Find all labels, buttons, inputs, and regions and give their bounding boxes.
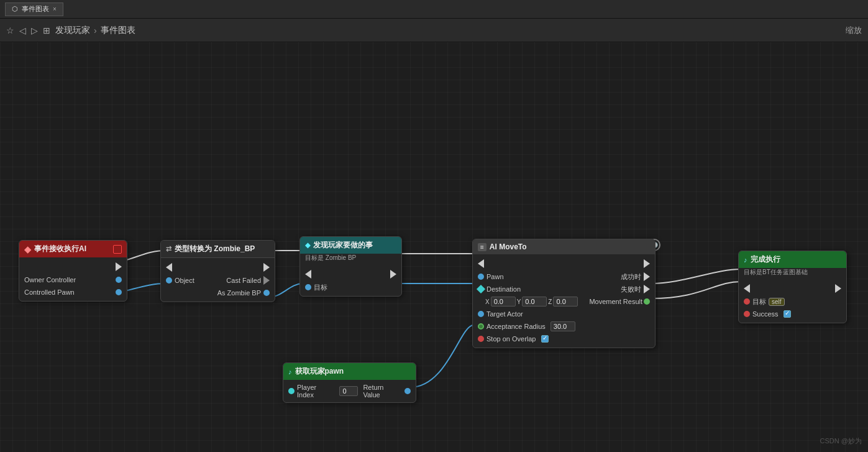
- breadcrumb-sep: ›: [94, 25, 97, 35]
- breadcrumb: 发现玩家 › 事件图表: [55, 25, 135, 36]
- top-bar: ⬡ 事件图表 ×: [0, 0, 868, 19]
- ai-moveto-node: ≡ AI MoveTo Pawn 成功时 Destination: [472, 239, 656, 348]
- event-node-header: ◆ 事件接收执行AI: [19, 241, 127, 257]
- get-pawn-body: Player Index Return Value: [283, 380, 416, 402]
- complete-node: ♪ 完成执行 目标是BT任务蓝图基础 目标 self Success: [738, 251, 847, 323]
- pawn-icon: ♪: [288, 368, 292, 376]
- z-label: Z: [548, 298, 552, 305]
- ai-xyz-row: X Y Z Movement Result: [473, 295, 655, 308]
- acceptance-label: Acceptance Radius: [487, 323, 546, 330]
- as-zombie-pin: [263, 290, 270, 296]
- self-badge: self: [769, 298, 785, 306]
- fail-label: 失败时: [621, 285, 641, 294]
- pawn-pin: [478, 274, 484, 280]
- complete-title: 完成执行: [751, 254, 780, 265]
- owner-label: Owner Controller: [24, 276, 76, 284]
- tab-icon: ⬡: [12, 5, 18, 13]
- movement-pin: [644, 298, 650, 305]
- player-index-input[interactable]: [339, 386, 358, 396]
- dest-diamond: [477, 285, 485, 293]
- close-icon[interactable]: ×: [53, 6, 57, 12]
- cast-failed-pin: [263, 276, 270, 285]
- complete-icon: ♪: [744, 256, 747, 264]
- tab-title: 事件图表: [22, 4, 49, 14]
- x-label: X: [485, 298, 490, 305]
- grid-icon: ⊞: [43, 25, 50, 35]
- ai-stop-row: Stop on Overlap: [473, 333, 655, 345]
- y-input[interactable]: [522, 297, 547, 307]
- ai-icon: ≡: [478, 243, 487, 251]
- player-index-label: Player Index: [297, 384, 334, 399]
- complete-body: 目标 self Success: [739, 279, 846, 323]
- get-pawn-title: 获取玩家pawn: [295, 366, 344, 377]
- stop-pin: [478, 336, 484, 342]
- star-icon[interactable]: ☆: [6, 25, 14, 35]
- cast-node-header: ⇄ 类型转换为 Zombie_BP: [161, 241, 275, 258]
- cast-exec-out: [263, 263, 270, 272]
- as-zombie-label: As Zombie BP: [217, 289, 261, 297]
- success-pin: [644, 272, 650, 281]
- ai-moveto-title: AI MoveTo: [490, 242, 527, 251]
- nav-bar: ☆ ◁ ▷ ⊞ 发现玩家 › 事件图表 缩放: [0, 19, 868, 42]
- discover-target-label: 目标: [314, 283, 327, 292]
- ai-pawn-row: Pawn 成功时: [473, 270, 655, 283]
- discover-node: ◆ 发现玩家要做的事 目标是 Zombie BP 目标: [299, 236, 402, 297]
- z-input[interactable]: [553, 297, 578, 307]
- target-actor-label: Target Actor: [487, 310, 523, 318]
- zoom-label: 缩放: [846, 25, 862, 36]
- controlled-row: Controlled Pawn: [19, 286, 127, 298]
- target-actor-pin: [478, 311, 484, 317]
- complete-sub: 目标是BT任务蓝图基础: [739, 268, 846, 279]
- cast-exec-in: [166, 263, 172, 272]
- x-input[interactable]: [491, 297, 516, 307]
- movement-label: Movement Result: [589, 298, 642, 305]
- cast-exec-row: [161, 261, 275, 274]
- discover-body: 目标: [300, 265, 401, 296]
- cast-icon: ⇄: [166, 245, 171, 253]
- object-pin: [166, 277, 172, 284]
- canvas[interactable]: ◆ 事件接收执行AI Owner Controller Controlled P…: [0, 42, 868, 452]
- complete-target-row: 目标 self: [739, 295, 846, 308]
- discover-node-header: ◆ 发现玩家要做的事: [300, 237, 401, 254]
- complete-target-label: 目标: [752, 297, 766, 307]
- owner-pin: [116, 277, 122, 283]
- acceptance-input[interactable]: [550, 321, 575, 331]
- complete-exec-in: [744, 284, 750, 293]
- breadcrumb-part1[interactable]: 发现玩家: [55, 25, 90, 36]
- forward-icon[interactable]: ▷: [31, 25, 38, 35]
- cast-failed-label: Cast Failed: [226, 277, 261, 284]
- controlled-pin: [116, 289, 122, 295]
- exec-out-pin: [116, 262, 122, 271]
- event-node-badge: [113, 245, 122, 254]
- y-label: Y: [517, 298, 521, 305]
- discover-exec-out: [390, 270, 396, 279]
- discover-target-pin-in: [305, 284, 311, 290]
- pawn-label: Pawn: [487, 273, 504, 280]
- discover-sub: 目标是 Zombie BP: [300, 254, 401, 265]
- discover-node-title: 发现玩家要做的事: [313, 240, 373, 251]
- ai-moveto-body: Pawn 成功时 Destination 失败时 X Y Z: [473, 254, 655, 348]
- event-graph-tab[interactable]: ⬡ 事件图表 ×: [5, 2, 63, 16]
- connections: [0, 42, 868, 452]
- return-value-label: Return Value: [363, 384, 402, 399]
- get-pawn-header: ♪ 获取玩家pawn: [283, 363, 416, 380]
- cast-object-row: Object Cast Failed: [161, 274, 275, 287]
- complete-success-row: Success: [739, 308, 846, 320]
- event-node-title: 事件接收执行AI: [34, 244, 86, 254]
- return-value-pin: [404, 388, 411, 394]
- ai-target-row: Target Actor: [473, 308, 655, 320]
- as-zombie-row: As Zombie BP: [161, 287, 275, 299]
- ai-exec-out: [644, 259, 650, 268]
- success-checkbox[interactable]: [783, 310, 791, 318]
- event-icon: ◆: [24, 244, 31, 254]
- dest-label: Destination: [487, 285, 521, 293]
- player-index-row: Player Index Return Value: [283, 382, 416, 400]
- get-pawn-node: ♪ 获取玩家pawn Player Index Return Value: [283, 362, 416, 403]
- cast-node: ⇄ 类型转换为 Zombie_BP Object Cast Failed As …: [160, 240, 275, 302]
- stop-checkbox[interactable]: [541, 335, 549, 343]
- discover-exec-row: [300, 267, 401, 281]
- acceptance-pin: [478, 323, 484, 330]
- back-icon[interactable]: ◁: [19, 25, 26, 35]
- ai-acceptance-row: Acceptance Radius: [473, 320, 655, 333]
- complete-target-pin: [744, 298, 750, 305]
